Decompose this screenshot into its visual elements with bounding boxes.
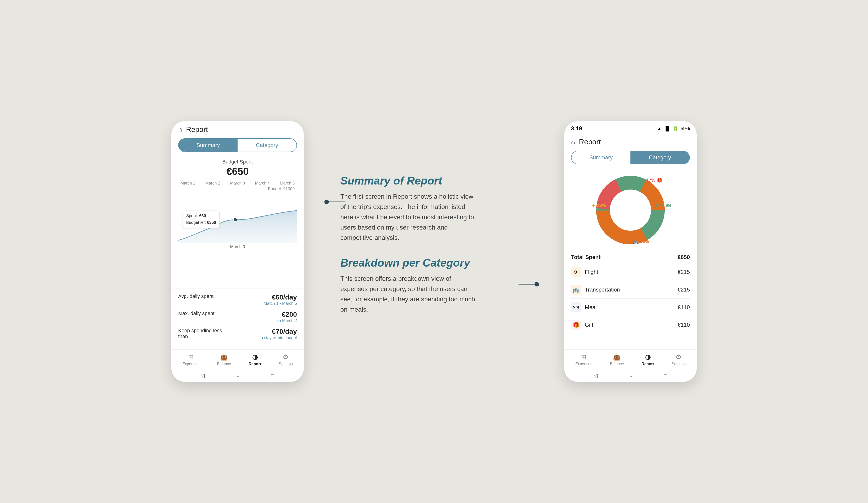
right-balance-icon: 👜 [613,353,621,361]
battery-icon: 🔋 [673,126,679,131]
nav-balance-label: Balance [217,362,231,366]
nav-report-right[interactable]: ◑ Report [641,353,654,366]
svg-point-1 [234,218,237,222]
month-5: March 5 [280,181,294,186]
summary-title: Summary of Report [340,174,477,187]
total-spent-label: Total Spent [571,254,600,260]
gift-name: Gift [585,322,593,328]
svg-point-5 [535,282,539,286]
right-nav-expenses-label: Expenses [575,362,592,366]
right-phone: 3:19 ▲ ▐▌ 🔋 59% ⌂ Report Summary Categor… [564,121,697,382]
tooltip-spent-label: Spent [186,213,197,218]
balance-icon: 👜 [220,353,228,361]
flight-cat-icon: ✈ [571,267,581,277]
meal-pct: 17% [655,203,664,208]
left-phone: ⌂ Report Summary Category Budget Spent €… [171,121,304,382]
nav-report-left[interactable]: ◑ Report [249,353,261,366]
recents-icon[interactable]: □ [271,373,274,379]
donut-label-meal: 17% 🍽 [655,203,670,208]
svg-point-3 [324,200,329,204]
settings-icon: ⚙ [283,353,289,361]
tooltip-date: March 3 [178,244,297,249]
gift-icon-donut: 🎁 [657,178,662,183]
nav-settings-right[interactable]: ⚙ Settings [672,353,685,366]
stat-keep-value: €70/day to stay within budget [259,328,297,340]
gift-amount: €110 [678,322,690,328]
transport-pct: 33% [640,239,649,244]
list-item: 🍽 Meal €110 [571,299,690,316]
tooltip-spent-value: €60 [199,213,206,218]
svg-point-10 [610,190,651,231]
stat-max-sub: on March 2 [276,318,297,323]
right-phone-header: ⌂ Report [564,133,697,148]
donut-chart: ✈ 33% 17% 🎁 17% 🍽 🚌 33% [592,171,669,249]
gift-cat-icon: 🎁 [571,320,581,330]
list-item: ✈ Flight €215 [571,263,690,281]
stat-row-avg: Avg. daily spent €60/day March 1 - March… [178,293,297,306]
donut-label-flight: ✈ 33% [592,203,606,208]
nav-balance-right[interactable]: 👜 Balance [610,353,624,366]
middle-content: Summary of Report The first screen in Re… [331,156,487,346]
right-nav-balance-label: Balance [610,362,624,366]
month-3: March 3 [230,181,245,186]
month-1: March 1 [180,181,195,186]
status-bar: 3:19 ▲ ▐▌ 🔋 59% [564,121,697,133]
breakdown-text: This screen offers a breakdown view of e… [340,274,477,315]
meal-item-left: 🍽 Meal [571,302,597,312]
nav-expenses-left[interactable]: ⊞ Expenses [182,353,199,366]
budget-amount: €650 [178,166,297,177]
nav-report-label: Report [249,362,261,366]
line-chart: Spent €60 Budget left €350 March 3 [178,192,297,243]
right-phone-tabs: Summary Category [571,151,690,164]
nav-expenses-label: Expenses [182,362,199,366]
tab-summary-left[interactable]: Summary [179,139,238,152]
stats-section: Avg. daily spent €60/day March 1 - March… [171,289,304,349]
nav-balance-left[interactable]: 👜 Balance [217,353,231,366]
meal-name: Meal [585,304,597,311]
months-row: March 1 March 2 March 3 March 4 March 5 [178,181,297,186]
flight-item-left: ✈ Flight [571,267,598,277]
list-item: 🚌 Transportation €215 [571,281,690,299]
home-circle-icon[interactable]: ○ [236,373,239,379]
tab-category-right[interactable]: Category [630,151,689,164]
transport-item-left: 🚌 Transportation [571,285,620,295]
month-4: March 4 [255,181,270,186]
month-2: March 2 [205,181,220,186]
back-icon[interactable]: ◁ [201,373,205,379]
battery-percent: 59% [681,126,690,131]
budget-line-label: Budget: €1000 [178,187,297,191]
left-phone-tabs: Summary Category [178,138,297,152]
summary-annotation: Summary of Report The first screen in Re… [340,174,477,243]
category-total-row: Total Spent €650 [571,251,690,263]
status-time: 3:19 [571,125,582,132]
tooltip-budget-value: €350 [207,220,216,225]
nav-expenses-right[interactable]: ⊞ Expenses [575,353,592,366]
flight-pct: 33% [597,203,606,208]
stat-keep-label: Keep spending less than [178,328,224,340]
donut-label-gift: 17% 🎁 [646,178,662,183]
right-report-icon: ◑ [645,353,651,361]
right-home-circle-icon[interactable]: ○ [629,373,632,379]
right-nav-report-label: Report [641,362,654,366]
list-item: 🎁 Gift €110 [571,316,690,334]
budget-spent-label: Budget Spent [178,159,297,165]
stat-row-keep: Keep spending less than €70/day to stay … [178,328,297,340]
right-back-icon[interactable]: ◁ [594,373,598,379]
flight-icon-donut: ✈ [592,203,596,208]
transport-name: Transportation [585,286,620,293]
right-settings-icon: ⚙ [676,353,681,361]
left-phone-title: Report [186,125,208,134]
stat-avg-sub: March 1 - March 5 [264,301,297,306]
chart-tooltip: Spent €60 Budget left €350 [183,211,219,228]
meal-icon-donut: 🍽 [666,203,670,208]
status-icons: ▲ ▐▌ 🔋 59% [657,126,690,131]
right-home-icon: ⌂ [571,138,575,146]
tab-summary-right[interactable]: Summary [571,151,630,164]
stat-avg-main: €60/day [264,293,297,301]
right-phone-bottom-nav: ⊞ Expenses 👜 Balance ◑ Report ⚙ Settings [564,349,697,369]
nav-settings-left[interactable]: ⚙ Settings [279,353,293,366]
stat-max-value: €200 on March 2 [276,311,297,323]
stat-keep-sub: to stay within budget [259,335,297,340]
tab-category-left[interactable]: Category [238,139,297,152]
right-recents-icon[interactable]: □ [664,373,667,379]
